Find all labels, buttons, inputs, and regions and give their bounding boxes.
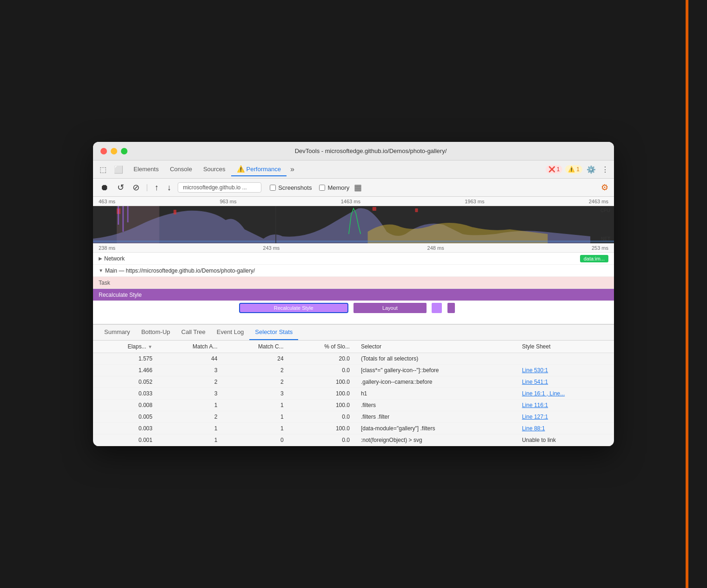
tab-console[interactable]: Console (164, 163, 198, 176)
svg-rect-3 (173, 210, 176, 214)
checkbox-group: Screenshots Memory (270, 184, 349, 191)
cell-match-a: 3 (158, 365, 223, 376)
titlebar: DevTools - microsoftedge.github.io/Demos… (93, 142, 614, 160)
cell-match-c: 24 (223, 353, 289, 365)
network-expand-arrow[interactable]: ▶ (99, 256, 102, 261)
col-match-a[interactable]: Match A... (158, 341, 223, 353)
table-row[interactable]: 0.00311100.0[data-module="gallery"] .fil… (93, 423, 614, 434)
record-button[interactable]: ⏺ (99, 182, 111, 194)
layout-block[interactable]: Layout (354, 303, 427, 313)
cell-elapsed: 0.001 (93, 434, 158, 446)
net-label: NET (601, 236, 610, 241)
recalc-flame-row[interactable]: Recalculate Style (93, 289, 614, 301)
table-row[interactable]: 0.00811100.0.filtersLine 116:1 (93, 400, 614, 411)
selector-stats-table: Elaps... ▼ Match A... Match C... % of Sl… (93, 341, 614, 446)
inspect-icon[interactable]: ⬚ (97, 163, 109, 176)
ruler2-mark-3: 248 ms (427, 245, 444, 251)
network-flame-row[interactable]: ▶ Network data:im... (93, 253, 614, 265)
small-block-2[interactable] (447, 303, 455, 313)
cell-selector: h1 (355, 388, 516, 400)
cell-pct: 100.0 (289, 376, 355, 388)
main-collapse-arrow[interactable]: ▼ (99, 268, 103, 273)
col-selector[interactable]: Selector (355, 341, 516, 353)
tab-elements[interactable]: Elements (128, 163, 164, 176)
memory-checkbox[interactable] (319, 185, 325, 191)
svg-rect-4 (373, 207, 376, 211)
recalc-block[interactable]: Recalculate Style (239, 303, 348, 313)
perf-warning-icon: ⚠️ (237, 165, 245, 173)
reload-button[interactable]: ↺ (115, 181, 126, 194)
cell-stylesheet[interactable]: Line 16:1 , Line... (516, 388, 614, 400)
cell-stylesheet[interactable]: Line 541:1 (516, 376, 614, 388)
table-row[interactable]: 1.466320.0[class*=" gallery-icon--"]::be… (93, 365, 614, 376)
memory-checkbox-label[interactable]: Memory (319, 184, 349, 191)
cell-pct: 100.0 (289, 388, 355, 400)
task-flame-row[interactable]: Task (93, 277, 614, 289)
recalc-label: Recalculate Style (99, 292, 142, 298)
cell-stylesheet[interactable]: Line 88:1 (516, 423, 614, 434)
url-display: microsoftedge.github.io ... (178, 182, 261, 193)
cell-pct: 0.0 (289, 365, 355, 376)
timeline-ruler-bottom: 238 ms 243 ms 248 ms 253 ms (93, 243, 614, 253)
cell-match-c: 0 (223, 434, 289, 446)
tab-selector-stats[interactable]: Selector Stats (249, 325, 298, 340)
settings-icon[interactable]: ⚙️ (585, 164, 597, 175)
tab-bar: ⬚ ⬜ Elements Console Sources ⚠️ Performa… (93, 160, 614, 179)
ruler-mark-3: 1463 ms (341, 199, 360, 204)
cell-selector: [data-module="gallery"] .filters (355, 423, 516, 434)
close-button[interactable] (100, 148, 107, 154)
svg-rect-8 (122, 206, 124, 232)
table-row[interactable]: 0.001100.0:not(foreignObject) > svgUnabl… (93, 434, 614, 446)
cell-elapsed: 1.575 (93, 353, 158, 365)
timeline-ruler-top: 463 ms 963 ms 1463 ms 1963 ms 2463 ms (93, 197, 614, 206)
tab-sources[interactable]: Sources (198, 163, 231, 176)
table-row[interactable]: 1.575442420.0(Totals for all selectors) (93, 353, 614, 365)
cell-stylesheet[interactable]: Line 127:1 (516, 411, 614, 423)
flame-blocks[interactable]: Recalculate Style Layout (93, 301, 614, 324)
tab-summary[interactable]: Summary (99, 325, 136, 340)
screenshots-checkbox-label[interactable]: Screenshots (270, 184, 312, 191)
tab-call-tree[interactable]: Call Tree (176, 325, 211, 340)
minimize-button[interactable] (111, 148, 117, 154)
col-pct[interactable]: % of Slo... (289, 341, 355, 353)
timeline-graph[interactable]: CPU NET (93, 206, 614, 243)
cell-stylesheet (516, 353, 614, 365)
cell-selector: .filters .filter (355, 411, 516, 423)
tab-performance[interactable]: ⚠️ Performance (231, 162, 287, 176)
ruler-mark-4: 1963 ms (465, 199, 484, 204)
network-label: Network (104, 255, 125, 262)
main-label: Main — https://microsoftedge.github.io/D… (105, 267, 255, 274)
tab-event-log[interactable]: Event Log (211, 325, 250, 340)
cell-stylesheet[interactable]: Line 530:1 (516, 365, 614, 376)
small-block-1[interactable] (432, 303, 442, 313)
more-icon[interactable]: ⋮ (600, 164, 610, 175)
screenshots-checkbox[interactable] (270, 185, 276, 191)
cell-elapsed: 0.052 (93, 376, 158, 388)
table-row[interactable]: 0.05222100.0.gallery-icon--camera::befor… (93, 376, 614, 388)
col-stylesheet[interactable]: Style Sheet (516, 341, 614, 353)
traffic-lights (100, 148, 127, 154)
screenshot-tool-icon[interactable]: ▦ (354, 182, 362, 193)
cell-pct: 0.0 (289, 434, 355, 446)
perf-settings-icon[interactable]: ⚙ (601, 182, 608, 193)
main-flame-row[interactable]: ▼ Main — https://microsoftedge.github.io… (93, 265, 614, 277)
stop-button[interactable]: ⊘ (131, 181, 141, 194)
ruler-mark-2: 963 ms (220, 199, 236, 204)
maximize-button[interactable] (121, 148, 127, 154)
device-icon[interactable]: ⬜ (111, 163, 126, 176)
cell-match-a: 1 (158, 400, 223, 411)
col-match-c[interactable]: Match C... (223, 341, 289, 353)
cell-elapsed: 0.005 (93, 411, 158, 423)
cell-elapsed: 0.033 (93, 388, 158, 400)
cell-stylesheet[interactable]: Line 116:1 (516, 400, 614, 411)
col-elapsed[interactable]: Elaps... ▼ (93, 341, 158, 353)
tab-overflow[interactable]: » (287, 162, 298, 176)
tab-bottom-up[interactable]: Bottom-Up (136, 325, 176, 340)
upload-button[interactable]: ↑ (153, 182, 160, 194)
cell-pct: 20.0 (289, 353, 355, 365)
table-row[interactable]: 0.005210.0.filters .filterLine 127:1 (93, 411, 614, 423)
table-row[interactable]: 0.03333100.0h1Line 16:1 , Line... (93, 388, 614, 400)
cell-match-a: 3 (158, 388, 223, 400)
download-button[interactable]: ↓ (165, 182, 173, 194)
cell-match-a: 2 (158, 411, 223, 423)
